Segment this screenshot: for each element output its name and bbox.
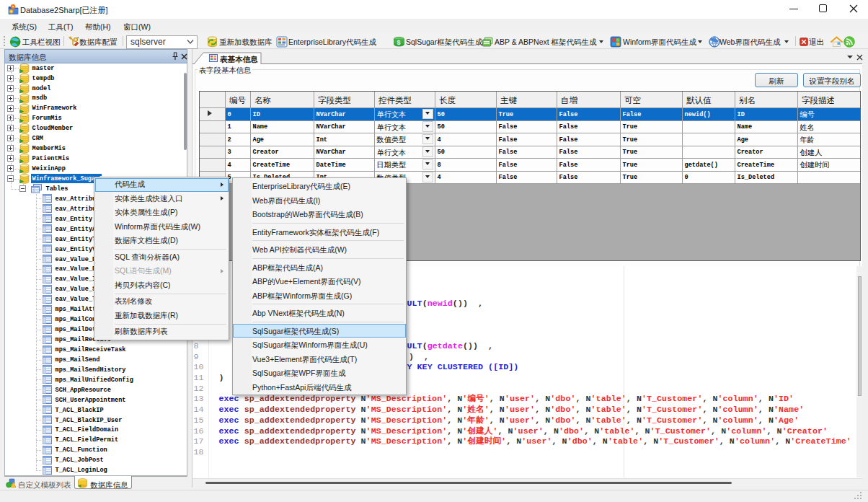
svg-text:$: $ [397,39,401,46]
